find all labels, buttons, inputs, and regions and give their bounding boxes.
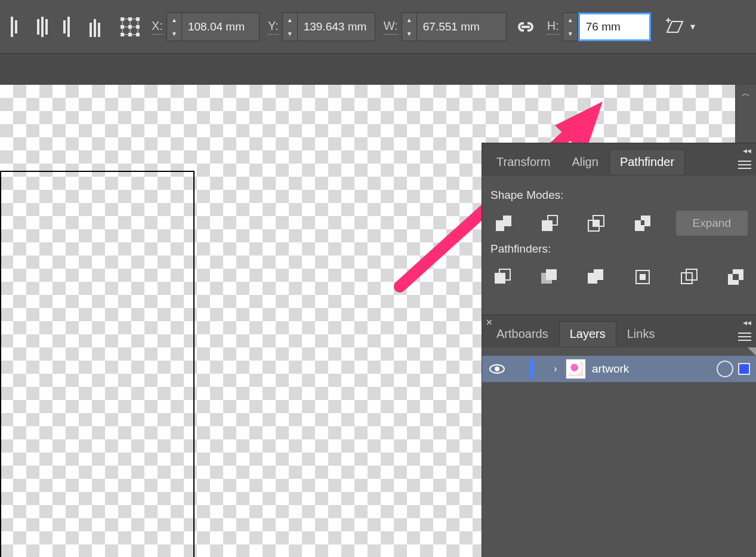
svg-rect-3 (41, 17, 44, 37)
svg-rect-11 (128, 17, 132, 21)
svg-rect-18 (136, 33, 140, 36)
w-label: W: (384, 19, 398, 35)
minus-back-icon[interactable] (724, 264, 748, 290)
svg-rect-5 (63, 20, 66, 33)
y-field: ▲▼ (282, 13, 375, 41)
align-vertical-center-icon[interactable] (31, 14, 57, 40)
minus-front-icon[interactable] (537, 210, 563, 236)
artboard-outline (0, 171, 195, 557)
panel-menu-icon[interactable] (733, 155, 756, 176)
pathfinders-label: Pathfinders: (490, 242, 748, 256)
svg-rect-34 (738, 164, 751, 165)
svg-rect-40 (593, 220, 599, 226)
y-input[interactable] (298, 13, 375, 41)
svg-rect-4 (45, 19, 48, 35)
unite-icon[interactable] (490, 210, 517, 236)
reference-point-group (117, 9, 143, 45)
svg-rect-12 (136, 17, 140, 21)
h-input[interactable] (578, 13, 651, 41)
align-group (5, 9, 110, 45)
y-stepper[interactable]: ▲▼ (282, 13, 298, 41)
reference-point-selector[interactable] (117, 14, 143, 40)
svg-rect-0 (11, 17, 13, 37)
top-toolbar: X: ▲▼ Y: ▲▼ W: ▲▼ H: ▲▼ ▾ (0, 0, 756, 54)
selection-indicator (530, 356, 545, 382)
svg-rect-16 (121, 33, 124, 36)
svg-rect-14 (128, 25, 132, 29)
svg-rect-1 (15, 20, 17, 33)
layer-row[interactable]: › artwork (482, 356, 756, 382)
svg-rect-17 (128, 33, 132, 36)
y-label: Y: (268, 19, 279, 35)
h-stepper[interactable]: ▲▼ (563, 13, 578, 41)
tab-links[interactable]: Links (616, 321, 666, 347)
shape-modes-label: Shape Modes: (490, 189, 748, 202)
align-right-icon[interactable] (57, 14, 84, 40)
svg-rect-15 (136, 25, 140, 29)
panel-close-icon[interactable]: ✕ (486, 318, 493, 327)
exclude-icon[interactable] (630, 210, 656, 236)
svg-rect-49 (738, 333, 751, 334)
pathfinder-tabs: Transform Align Pathfinder (482, 143, 756, 176)
svg-rect-50 (738, 336, 751, 337)
trim-icon[interactable] (537, 264, 561, 290)
expand-panels-icon[interactable]: ︿ (736, 88, 756, 99)
disclosure-chevron-icon[interactable]: › (545, 364, 566, 374)
layer-name[interactable]: artwork (592, 362, 717, 376)
panel-collapse-icon[interactable]: ◂◂ (743, 146, 751, 155)
panel-menu-icon[interactable] (733, 327, 756, 347)
tab-artboards[interactable]: Artboards (486, 321, 559, 347)
merge-icon[interactable] (584, 264, 607, 290)
align-bottom-icon[interactable] (84, 14, 110, 40)
panel-collapse-icon[interactable]: ◂◂ (743, 318, 751, 327)
panel-corner-fold (748, 347, 756, 356)
h-label: H: (547, 19, 559, 35)
svg-rect-33 (738, 161, 751, 162)
x-label: X: (152, 19, 163, 35)
svg-rect-51 (738, 340, 751, 341)
tab-align[interactable]: Align (561, 149, 609, 176)
h-field: ▲▼ (563, 13, 651, 41)
layer-color-chip[interactable] (738, 363, 750, 375)
layers-tabs: Artboards Layers Links (482, 315, 756, 347)
svg-rect-8 (94, 19, 96, 37)
align-left-icon[interactable] (5, 14, 31, 40)
shear-icon[interactable] (662, 14, 688, 40)
pathfinder-panel: ◂◂ Transform Align Pathfinder Shape Mode… (482, 143, 756, 316)
svg-rect-6 (67, 17, 70, 37)
x-input[interactable] (182, 13, 260, 41)
intersect-icon[interactable] (583, 210, 609, 236)
svg-rect-35 (738, 168, 751, 169)
svg-rect-10 (121, 17, 124, 21)
shear-dropdown-icon[interactable]: ▾ (690, 21, 695, 32)
x-stepper[interactable]: ▲▼ (166, 13, 182, 41)
visibility-toggle-icon[interactable] (482, 364, 512, 374)
layers-panel: ✕ ◂◂ Artboards Layers Links › artwork (482, 315, 756, 557)
constrain-proportions-icon[interactable] (513, 14, 539, 40)
tab-layers[interactable]: Layers (559, 321, 616, 347)
divide-icon[interactable] (490, 264, 514, 290)
workspace: ︿ ◂◂ Transform Align Pathfinder Shape Mo… (0, 54, 756, 557)
target-icon[interactable] (717, 361, 733, 377)
outline-icon[interactable] (677, 264, 701, 290)
crop-icon[interactable] (631, 264, 655, 290)
x-field: ▲▼ (166, 13, 260, 41)
w-stepper[interactable]: ▲▼ (402, 13, 417, 41)
layer-thumbnail (566, 359, 586, 379)
svg-rect-9 (98, 23, 100, 37)
svg-rect-13 (121, 25, 124, 29)
svg-rect-2 (37, 19, 39, 35)
expand-button[interactable]: Expand (676, 211, 748, 236)
svg-rect-44 (546, 269, 557, 280)
svg-rect-7 (90, 23, 92, 37)
svg-rect-46 (640, 274, 646, 280)
tab-pathfinder[interactable]: Pathfinder (609, 149, 685, 176)
svg-point-53 (495, 367, 499, 371)
w-field: ▲▼ (402, 13, 507, 41)
w-input[interactable] (417, 13, 507, 41)
tab-transform[interactable]: Transform (486, 149, 561, 176)
